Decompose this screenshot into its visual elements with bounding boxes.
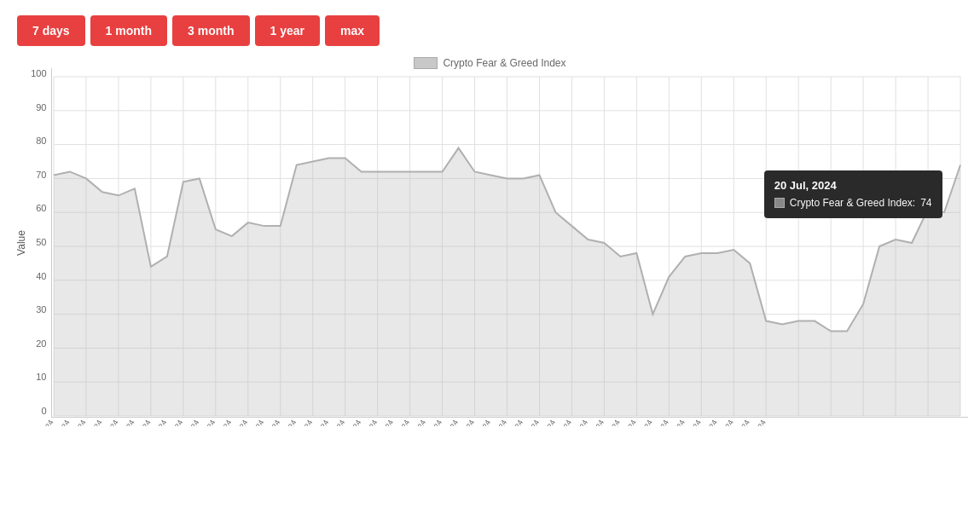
chart-wrapper: Crypto Fear & Greed Index Value 0 10 20 …: [13, 53, 968, 418]
y-axis-labels: 0 10 20 30 40 50 60 70 80 90 100: [30, 68, 51, 418]
btn-1year[interactable]: 1 year: [255, 15, 320, 46]
btn-3month[interactable]: 3 month: [172, 15, 249, 46]
chart-svg-container: 20 Jul, 2024 Crypto Fear & Greed Index: …: [51, 68, 968, 418]
btn-7days[interactable]: 7 days: [17, 15, 85, 46]
btn-1month[interactable]: 1 month: [90, 15, 167, 46]
legend-label: Crypto Fear & Greed Index: [443, 57, 565, 69]
btn-max[interactable]: max: [325, 15, 380, 46]
chart-legend: Crypto Fear & Greed Index: [13, 57, 968, 69]
legend-swatch: [414, 57, 438, 69]
y-axis-title: Value: [13, 68, 30, 418]
chart-line: 22 Apr, 202424 Apr, 202426 Apr, 202428 A…: [52, 68, 968, 417]
svg-text:22 Apr, 2024: 22 Apr, 2024: [26, 419, 55, 426]
toolbar: 7 days 1 month 3 month 1 year max: [9, 9, 971, 53]
